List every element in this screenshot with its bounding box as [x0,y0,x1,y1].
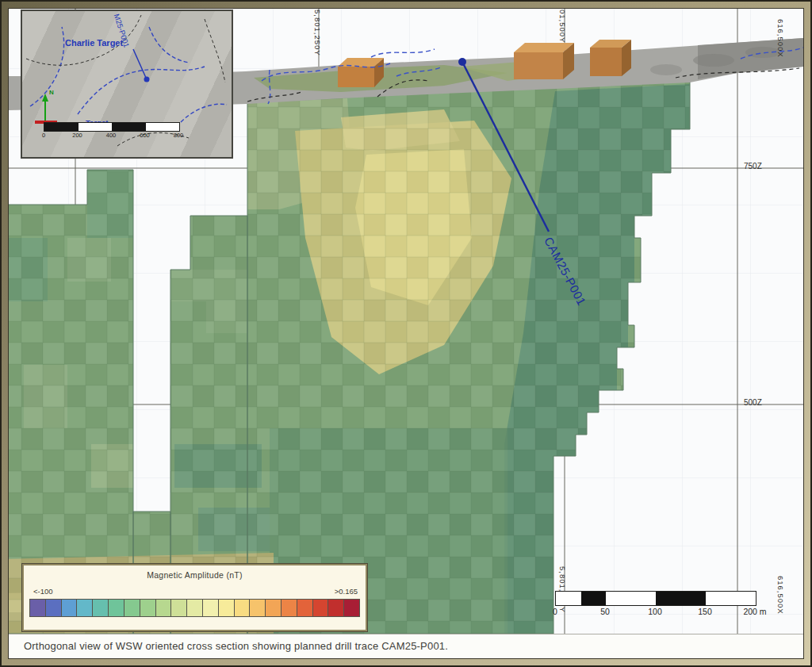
legend-swatch [202,599,219,617]
legend-title: Magnetic Amplitude (nT) [24,570,366,580]
inset-north-label: N [49,89,54,96]
legend-swatch [170,599,187,617]
legend-swatch-row [29,599,360,617]
axis-label-elev-500: 500Z [744,398,762,407]
inset-drill-trace-line [133,49,146,78]
legend-swatch [140,599,156,617]
legend-swatch [249,599,266,617]
inset-target-label: Charlie Target [65,38,123,48]
legend-max-label: >0.165 [335,587,358,596]
legend-swatch [297,599,313,617]
axis-label-easting-bottom-right: 616,500X [776,576,785,615]
legend-swatch [45,599,62,617]
scalebar-tick-label: 0 [553,607,557,616]
drill-collar-dot [458,58,466,66]
inset-drill-collar-dot [144,77,150,82]
legend-swatch [265,599,282,617]
inset-scale-bar-segment [44,123,79,131]
axis-label-elev-750: 750Z [744,162,762,171]
legend-swatch [234,599,251,617]
legend-swatch [218,599,235,617]
axis-label-easting-top-right: 616,500X [776,19,785,58]
inset-plan-map: Charlie Target M25-P001 Target N 0200400… [21,10,233,159]
legend-swatch [76,599,93,617]
orientation-axes-icon [35,94,57,122]
cross-section-figure: 5,801,250Y 01,500Y 616,500X 750Z 500Z 5,… [0,0,812,667]
axis-label-northing-top-mid: 01,500Y [558,10,567,43]
distance-scale-bar [555,591,756,606]
legend-swatch [29,599,46,617]
legend-swatch [186,599,203,617]
inset-scale-bar [44,122,180,132]
legend-min-label: <-100 [33,587,53,596]
scalebar-tick-label: 50 [600,607,610,616]
legend-swatch [92,599,109,617]
inset-scale-tick-label: 0 [42,132,45,139]
inset-scale-tick-row: 0200400600800 [44,132,178,141]
legend-swatch [61,599,78,617]
inset-scale-tick-label: 600 [140,132,150,139]
legend-swatch [312,599,329,617]
legend-swatch [124,599,140,617]
legend-swatch [327,599,344,617]
legend-swatch [343,599,360,617]
inset-scale-bar-segment [112,123,146,131]
scalebar-tick-row: 050100150200 m [555,607,755,618]
magnetic-amplitude-legend: Magnetic Amplitude (nT) <-100 >0.165 [22,564,367,631]
scalebar-tick-label: 150 [698,607,712,616]
legend-swatch [155,599,172,617]
inset-scale-tick-label: 800 [174,132,184,139]
legend-swatch [108,599,124,617]
inset-scale-tick-label: 400 [106,132,117,139]
figure-caption-bar: Orthogonal view of WSW oriented cross se… [9,634,803,658]
legend-swatch [281,599,297,617]
scale-bar-segment [656,592,706,605]
inset-scale-tick-label: 200 [72,132,82,139]
figure-caption-text: Orthogonal view of WSW oriented cross se… [9,634,803,658]
scale-bar-segment [581,592,607,605]
scalebar-tick-label: 200 m [743,607,766,616]
scalebar-tick-label: 100 [648,607,662,616]
axis-label-northing-top-left: 5,801,250Y [313,10,322,56]
